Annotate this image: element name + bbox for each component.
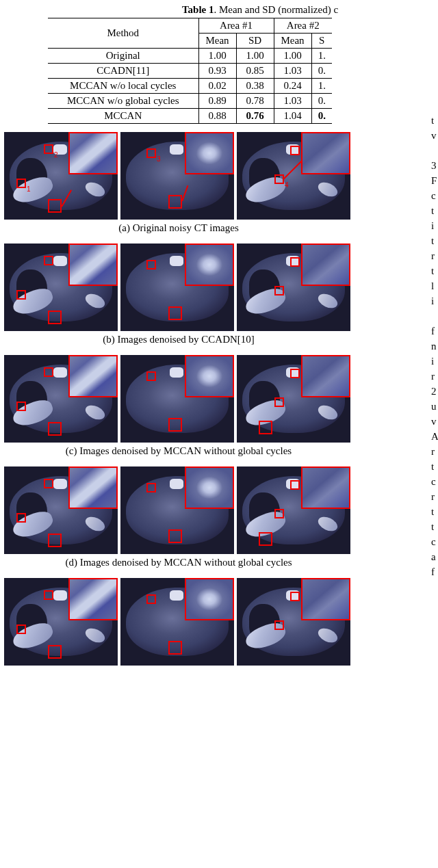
- roi-box: [146, 148, 156, 158]
- roi-label-2: 2: [54, 151, 58, 159]
- text-fragment: f: [431, 564, 438, 579]
- data-cell: 1.: [311, 49, 332, 64]
- inset-zoom: [185, 244, 234, 286]
- figure-section: 1 2 3 4 (a) Original noisy CT images: [0, 132, 438, 666]
- table-caption-text: . Mean and SD (normalized) c: [214, 4, 338, 15]
- data-cell: 0.89: [198, 94, 236, 109]
- ct-image: [4, 355, 118, 443]
- ct-image: 3: [120, 132, 234, 220]
- roi-label-3: 3: [157, 155, 161, 163]
- ct-image: 4: [237, 132, 350, 220]
- table-caption: Table 1. Mean and SD (normalized) c: [0, 4, 438, 16]
- ct-image: [120, 355, 234, 443]
- table-row: MCCAN w/o global cycles 0.89 0.78 1.03 0…: [48, 94, 332, 109]
- text-fragment: l: [431, 278, 438, 293]
- figure-row-c: [4, 355, 438, 443]
- text-fragment: u: [431, 399, 438, 414]
- data-cell: 1.00: [198, 49, 236, 64]
- ct-image: [4, 466, 118, 554]
- text-fragment: r: [431, 489, 438, 504]
- text-fragment: i: [431, 293, 438, 308]
- data-cell: 1.00: [236, 49, 274, 64]
- method-cell: MCCAN w/o local cycles: [48, 79, 198, 94]
- roi-box: [290, 480, 300, 490]
- roi-box: [16, 179, 26, 188]
- text-fragment: [431, 143, 438, 158]
- roi-box: [290, 146, 300, 155]
- inset-zoom: [185, 466, 234, 509]
- method-header: Method: [48, 18, 198, 49]
- roi-box: [16, 513, 26, 523]
- data-cell: 0.: [311, 64, 332, 79]
- text-fragment: i: [431, 218, 438, 233]
- inset-zoom: [301, 355, 350, 397]
- text-fragment: t: [431, 203, 438, 218]
- roi-box: [259, 532, 272, 546]
- text-fragment: t: [431, 519, 438, 534]
- method-cell: MCCAN w/o global cycles: [48, 94, 198, 109]
- inset-zoom: [301, 132, 350, 174]
- data-cell: 0.88: [198, 109, 236, 124]
- table-row: Original 1.00 1.00 1.00 1.: [48, 49, 332, 64]
- roi-box: [48, 645, 62, 659]
- area1-header: Area #1: [198, 18, 274, 34]
- inset-zoom: [68, 244, 118, 286]
- inset-zoom: [185, 355, 234, 397]
- roi-box: [168, 641, 182, 655]
- data-cell bold: 0.76: [236, 109, 274, 124]
- method-cell: Original: [48, 49, 198, 64]
- roi-box: [146, 260, 156, 269]
- roi-box: [16, 402, 26, 411]
- figure-caption-b: (b) Images denoised by CCADN[10]: [4, 334, 353, 345]
- table-section: Table 1. Mean and SD (normalized) c Meth…: [0, 0, 438, 124]
- data-cell: 0.24: [274, 79, 311, 94]
- figure-caption-d: (d) Images denoised by MCCAN without glo…: [4, 557, 353, 568]
- text-fragment: t: [431, 113, 438, 128]
- roi-box: [259, 421, 272, 434]
- inset-zoom: [301, 578, 350, 620]
- ct-image: [237, 244, 350, 331]
- roi-box: [290, 257, 300, 267]
- text-fragment: F: [431, 173, 438, 188]
- text-fragment: r: [431, 248, 438, 263]
- text-fragment: t: [431, 263, 438, 278]
- text-fragment: A: [431, 429, 438, 444]
- text-fragment: r: [431, 444, 438, 459]
- roi-box: [290, 592, 300, 601]
- method-cell: MCCAN: [48, 109, 198, 124]
- text-fragment: f: [431, 324, 438, 339]
- roi-box: [274, 397, 284, 407]
- inset-zoom: [185, 132, 234, 174]
- roi-label-1: 1: [27, 185, 31, 193]
- data-cell: 1.: [311, 79, 332, 94]
- roi-box: [146, 371, 156, 381]
- table-row: MCCAN w/o local cycles 0.02 0.38 0.24 1.: [48, 79, 332, 94]
- text-fragment: v: [431, 128, 438, 143]
- roi-box: [44, 367, 53, 377]
- data-cell: 1.00: [274, 49, 311, 64]
- roi-box: [48, 199, 62, 213]
- data-cell: 0.: [311, 94, 332, 109]
- ct-image: [120, 466, 234, 554]
- roi-box: [48, 534, 62, 547]
- table-number: Table 1: [182, 4, 214, 15]
- inset-zoom: [185, 578, 234, 620]
- inset-zoom: [68, 132, 118, 174]
- roi-label-4: 4: [285, 181, 289, 189]
- text-fragment: [431, 308, 438, 324]
- text-fragment: c: [431, 188, 438, 203]
- roi-box: [168, 529, 182, 543]
- ct-image: [237, 578, 350, 666]
- text-fragment: c: [431, 474, 438, 489]
- text-fragment: t: [431, 504, 438, 519]
- inset-zoom: [301, 244, 350, 286]
- roi-box: [290, 369, 300, 378]
- table-row: MCCAN 0.88 0.76 1.04 0.: [48, 109, 332, 124]
- ct-image: [4, 244, 118, 331]
- ct-image: [4, 578, 118, 666]
- mean-header-1: Mean: [198, 34, 236, 49]
- text-fragment: 3: [431, 158, 438, 173]
- roi-box: [168, 195, 182, 209]
- roi-box: [274, 620, 284, 630]
- results-table: Method Area #1 Area #2 Mean SD Mean S Or…: [48, 18, 332, 124]
